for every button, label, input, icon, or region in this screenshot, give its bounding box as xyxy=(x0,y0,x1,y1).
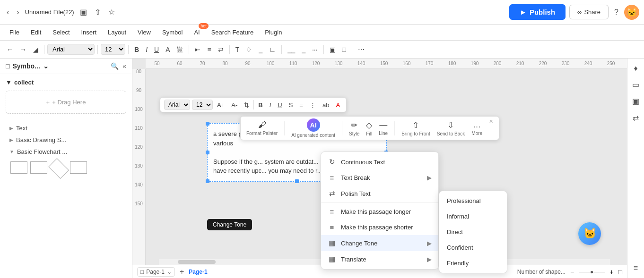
menu-select[interactable]: Select xyxy=(48,27,74,38)
ai-assistant-bubble[interactable]: 🐱 xyxy=(578,222,601,245)
float-text-color-button[interactable]: A xyxy=(333,101,342,110)
fill-item[interactable]: ◇ Fill xyxy=(366,120,372,136)
more-options-button[interactable]: ⋯ xyxy=(355,44,367,55)
shape-diamond[interactable] xyxy=(48,158,69,179)
sidebar-expand-icon[interactable]: ⌄ xyxy=(43,62,49,70)
tone-direct[interactable]: Direct xyxy=(439,224,507,240)
resize-handle-tl[interactable] xyxy=(206,122,209,126)
right-panel-btn-2[interactable]: ▭ xyxy=(630,78,641,91)
ai-generated-content-item[interactable]: AI AI generated content xyxy=(291,118,335,138)
format-painter-item[interactable]: 🖌 Format Painter xyxy=(246,120,278,136)
tone-informal[interactable]: Informal xyxy=(439,209,507,224)
sidebar-item-basic-drawing[interactable]: ▶ Basic Drawing S... xyxy=(6,134,126,146)
right-panel-btn-3[interactable]: ▣ xyxy=(630,95,641,108)
help-button[interactable]: ? xyxy=(612,6,620,18)
right-panel-settings[interactable]: ≡ xyxy=(632,262,640,274)
bring-to-front-item[interactable]: ⇧ Bring to Front xyxy=(401,120,430,136)
menu-insert[interactable]: Insert xyxy=(77,27,102,38)
connector-button[interactable]: ∟ xyxy=(266,44,278,55)
fit-screen-button[interactable]: □ xyxy=(618,268,622,276)
line-weight-button[interactable]: ⎯ xyxy=(299,44,308,55)
resize-handle-bl[interactable] xyxy=(206,179,209,183)
menu-file[interactable]: File xyxy=(5,27,24,38)
align-left-button[interactable]: ⇤ xyxy=(192,44,203,55)
share-icon-button[interactable]: ⇧ xyxy=(93,6,103,18)
bold-button[interactable]: B xyxy=(131,44,142,55)
font-color-button[interactable]: A xyxy=(163,44,173,55)
line-button[interactable]: ⎯ xyxy=(256,44,265,55)
scroll-thumb[interactable] xyxy=(178,260,216,264)
tone-friendly[interactable]: Friendly xyxy=(439,255,507,271)
zoom-out-button[interactable]: − xyxy=(570,268,574,276)
more-item[interactable]: … More xyxy=(471,120,482,136)
ctx-make-longer[interactable]: ≡ Make this passage longer xyxy=(321,204,438,219)
float-bold-button[interactable]: B xyxy=(256,101,265,110)
float-underline-button[interactable]: U xyxy=(275,101,284,110)
tone-professional[interactable]: Professional xyxy=(439,193,507,209)
back-button[interactable]: ‹ xyxy=(5,6,11,18)
ctx-translate[interactable]: ▦ Translate ▶ xyxy=(321,251,438,267)
sidebar-search-button[interactable]: 🔍 xyxy=(111,62,119,70)
panel-toggle-button[interactable]: ▣ xyxy=(78,6,89,18)
shape-rect[interactable] xyxy=(10,161,27,174)
float-size-decrease[interactable]: A- xyxy=(229,101,240,110)
paint-format-button[interactable]: ◢ xyxy=(30,44,41,55)
menu-plugin[interactable]: Plugin xyxy=(260,27,287,38)
dismiss-ai-toolbar[interactable]: ✕ xyxy=(489,118,493,125)
tone-confident[interactable]: Confident xyxy=(439,240,507,255)
ctx-make-shorter[interactable]: ≡ Make this passage shorter xyxy=(321,219,438,235)
menu-view[interactable]: View xyxy=(133,27,156,38)
float-size-selector[interactable]: 12 xyxy=(192,100,213,110)
zoom-in-button[interactable]: + xyxy=(609,268,613,276)
float-size-increase[interactable]: A+ xyxy=(215,101,227,110)
text-wrap-button[interactable]: ⇄ xyxy=(215,44,226,55)
float-highlight-button[interactable]: ab xyxy=(320,101,331,110)
dash-style-button[interactable]: ··· xyxy=(309,44,321,55)
float-font-selector[interactable]: Arial xyxy=(164,100,190,110)
align-center-button[interactable]: ≡ xyxy=(204,44,214,55)
publish-button[interactable]: ► Publish xyxy=(509,4,566,20)
add-page-button[interactable]: + xyxy=(180,268,184,276)
send-to-back-item[interactable]: ⇩ Send to Back xyxy=(437,120,465,136)
text-style-button[interactable]: 豈 xyxy=(174,43,186,56)
float-line-height[interactable]: ⇅ xyxy=(242,101,252,110)
ctx-continuous-text[interactable]: ↻ Continuous Text xyxy=(321,154,438,170)
resize-handle-ml[interactable] xyxy=(206,151,209,154)
canvas-area[interactable]: 50 60 70 80 90 100 110 120 130 140 150 1… xyxy=(132,59,627,278)
float-strikethrough-button[interactable]: S xyxy=(287,101,296,110)
star-button[interactable]: ☆ xyxy=(106,6,117,18)
menu-layout[interactable]: Layout xyxy=(103,27,131,38)
menu-edit[interactable]: Edit xyxy=(26,27,46,38)
italic-button[interactable]: I xyxy=(143,44,150,55)
sidebar-item-basic-flowchart[interactable]: ▼ Basic Flowchart ... xyxy=(6,146,126,158)
shape-fill-button[interactable]: ♢ xyxy=(243,44,255,55)
ctx-polish-text[interactable]: ⇄ Polish Text xyxy=(321,185,438,202)
menu-symbol[interactable]: Symbol xyxy=(157,27,187,38)
ctx-change-tone[interactable]: ▦ Change Tone ▶ xyxy=(321,235,438,251)
resize-handle-bm[interactable] xyxy=(295,179,299,183)
shape-rect2[interactable] xyxy=(30,161,47,174)
undo-button[interactable]: ← xyxy=(4,44,16,55)
forward-button[interactable]: › xyxy=(15,6,21,18)
page-selector[interactable]: □ Page-1 ⌄ xyxy=(137,267,175,277)
float-bullet-button[interactable]: ⋮ xyxy=(307,101,318,110)
crop-button[interactable]: □ xyxy=(339,44,349,55)
sidebar-item-text[interactable]: ▶ Text xyxy=(6,122,126,134)
float-list-button[interactable]: ≡ xyxy=(297,101,305,110)
sidebar-collapse-button[interactable]: « xyxy=(122,62,126,70)
right-panel-btn-1[interactable]: ♦ xyxy=(632,62,639,75)
ctx-text-break[interactable]: ≡ Text Break ▶ xyxy=(321,170,438,185)
font-selector[interactable]: Arial xyxy=(47,44,95,55)
share-button[interactable]: ∞ Share xyxy=(569,5,609,19)
underline-button[interactable]: U xyxy=(151,44,162,55)
right-panel-btn-4[interactable]: ⇄ xyxy=(631,111,641,124)
shape-rect3[interactable] xyxy=(70,161,87,174)
style-item[interactable]: ✏ Style xyxy=(349,120,359,136)
zoom-slider[interactable]: ——●—— xyxy=(579,269,605,275)
text-box-button[interactable]: T xyxy=(233,44,243,55)
float-italic-button[interactable]: I xyxy=(267,101,274,110)
line-item[interactable]: — Line xyxy=(379,120,388,136)
line-style-button[interactable]: ⎯⎯ xyxy=(285,44,298,55)
font-size-selector[interactable]: 12 xyxy=(101,44,125,55)
redo-button[interactable]: → xyxy=(17,44,29,55)
